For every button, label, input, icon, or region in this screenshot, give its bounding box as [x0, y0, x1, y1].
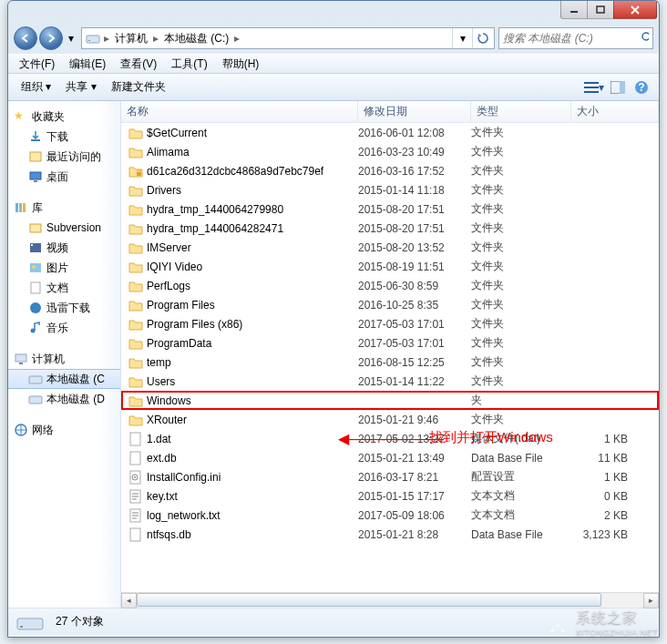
scroll-left-button[interactable]: ◂: [121, 593, 137, 608]
file-row[interactable]: log_network.txt2017-05-09 18:06文本文档2 KB: [121, 506, 659, 525]
file-row[interactable]: Program Files (x86)2017-05-03 17:01文件夹: [121, 314, 659, 333]
file-row[interactable]: PerfLogs2015-06-30 8:59文件夹: [121, 276, 659, 295]
music-icon: [28, 321, 43, 335]
tree-subversion[interactable]: Subversion: [8, 218, 120, 238]
file-row[interactable]: d61ca26d312dcbc4868a9d7ebc79ef2016-03-16…: [121, 161, 659, 180]
breadcrumb[interactable]: ▸ 计算机 ▸ 本地磁盘 (C:) ▸ ▾: [81, 27, 495, 49]
svg-rect-34: [130, 452, 140, 465]
chevron-right-icon[interactable]: ▸: [151, 32, 160, 45]
scroll-thumb[interactable]: [137, 593, 601, 607]
navigation-tree[interactable]: ★收藏夹 下载 最近访问的 桌面 库 Subversion 视频 图片 文档 迅…: [8, 101, 121, 608]
horizontal-scrollbar[interactable]: ◂ ▸: [121, 592, 659, 608]
share-button[interactable]: 共享 ▾: [58, 77, 103, 97]
file-row[interactable]: Users2015-01-14 11:22文件夹: [121, 372, 659, 391]
toolbar: 组织 ▾ 共享 ▾ 新建文件夹 ▾ ?: [8, 74, 659, 101]
svg-rect-17: [19, 203, 22, 212]
file-row[interactable]: XRouter2015-01-21 9:46文件夹: [121, 410, 659, 429]
svg-rect-9: [620, 81, 625, 94]
col-type[interactable]: 类型: [471, 101, 571, 122]
tree-video[interactable]: 视频: [8, 238, 120, 258]
preview-pane-button[interactable]: [608, 77, 628, 97]
view-mode-button[interactable]: ▾: [584, 77, 604, 97]
chevron-right-icon[interactable]: ▸: [102, 32, 111, 45]
file-row[interactable]: Program Files2016-10-25 8:35文件夹: [121, 295, 659, 314]
file-name: InstallConfig.ini: [147, 471, 221, 484]
breadcrumb-drive-c[interactable]: 本地磁盘 (C:): [160, 31, 232, 46]
help-icon[interactable]: ?: [631, 77, 652, 97]
search-icon[interactable]: [641, 31, 649, 46]
forward-button[interactable]: [39, 26, 63, 50]
file-date: 2016-03-16 17:52: [358, 165, 471, 178]
back-button[interactable]: [14, 26, 37, 50]
file-type: 媒体文件(.dat): [471, 431, 571, 446]
menu-view[interactable]: 查看(V): [113, 55, 164, 74]
scroll-right-button[interactable]: ▸: [643, 593, 659, 608]
tree-music[interactable]: 音乐: [8, 318, 120, 338]
tree-desktop[interactable]: 桌面: [8, 167, 120, 187]
file-row[interactable]: Windows夹: [121, 391, 659, 410]
file-name: hydra_tmp_1440064279980: [147, 203, 283, 216]
file-row[interactable]: $GetCurrent2016-06-01 12:08文件夹: [121, 123, 659, 142]
star-icon: ★: [14, 109, 28, 124]
organize-button[interactable]: 组织 ▾: [14, 77, 58, 97]
new-folder-button[interactable]: 新建文件夹: [104, 77, 173, 97]
file-date: 2016-03-23 10:49: [358, 146, 471, 158]
svg-rect-16: [15, 203, 18, 212]
file-type: 文件夹: [471, 259, 571, 274]
file-size: 1 KB: [571, 471, 628, 484]
tree-disk-c[interactable]: 本地磁盘 (C: [8, 369, 120, 389]
file-row[interactable]: IQIYI Video2015-08-19 11:51文件夹: [121, 257, 659, 276]
svg-rect-33: [130, 433, 140, 445]
file-row[interactable]: temp2016-08-15 12:25文件夹: [121, 353, 659, 372]
tree-favorites[interactable]: ★收藏夹: [8, 107, 120, 127]
refresh-button[interactable]: [472, 28, 492, 48]
minimize-button[interactable]: [560, 1, 588, 19]
col-name[interactable]: 名称: [121, 101, 358, 122]
history-dropdown[interactable]: ▾: [65, 29, 77, 47]
maximize-button[interactable]: [587, 1, 614, 19]
svg-rect-13: [30, 152, 41, 161]
file-row[interactable]: 1.dat2017-05-02 13:27媒体文件(.dat)1 KB: [121, 429, 659, 448]
tree-computer[interactable]: 计算机: [8, 349, 120, 369]
svg-rect-19: [30, 224, 41, 232]
file-size: 3,123 KB: [571, 528, 628, 541]
file-type: 文件夹: [471, 182, 571, 198]
file-row[interactable]: Drivers2015-01-14 11:18文件夹: [121, 180, 659, 199]
file-date: 2015-08-20 17:51: [358, 203, 471, 216]
menu-help[interactable]: 帮助(H): [215, 55, 267, 74]
tree-downloads[interactable]: 下载: [8, 127, 120, 147]
file-row[interactable]: Alimama2016-03-23 10:49文件夹: [121, 142, 659, 161]
tree-recent[interactable]: 最近访问的: [8, 147, 120, 167]
file-type: 文件夹: [471, 240, 571, 255]
file-date: 2016-10-25 8:35: [358, 299, 471, 312]
tree-docs[interactable]: 文档: [8, 278, 120, 298]
file-row[interactable]: InstallConfig.ini2016-03-17 8:21配置设置1 KB: [121, 467, 659, 486]
file-row[interactable]: ntfsqs.db2015-01-21 8:28Data Base File3,…: [121, 525, 659, 544]
menu-file[interactable]: 文件(F): [12, 55, 62, 74]
tree-network[interactable]: 网络: [8, 420, 120, 440]
breadcrumb-computer[interactable]: 计算机: [111, 31, 151, 46]
tree-disk-d[interactable]: 本地磁盘 (D: [8, 389, 120, 409]
tree-pictures[interactable]: 图片: [8, 258, 120, 278]
file-row[interactable]: ProgramData2017-05-03 17:01文件夹: [121, 333, 659, 353]
svg-point-37: [134, 476, 136, 478]
search-input[interactable]: [503, 32, 641, 45]
chevron-right-icon[interactable]: ▸: [232, 32, 241, 45]
search-box[interactable]: [498, 27, 653, 49]
tree-library[interactable]: 库: [8, 198, 120, 218]
file-date: 2015-08-19 11:51: [358, 261, 471, 273]
menu-tools[interactable]: 工具(T): [164, 55, 214, 74]
file-row[interactable]: key.txt2015-01-15 17:17文本文档0 KB: [121, 486, 659, 506]
file-row[interactable]: IMServer2015-08-20 13:52文件夹: [121, 238, 659, 257]
file-row[interactable]: hydra_tmp_14400642824712015-08-20 17:51文…: [121, 219, 659, 238]
svg-rect-42: [20, 626, 23, 628]
close-button[interactable]: [613, 1, 657, 19]
dropdown-button[interactable]: ▾: [452, 28, 472, 48]
col-size[interactable]: 大小: [571, 101, 659, 122]
svg-rect-41: [17, 618, 43, 629]
file-row[interactable]: ext.db2015-01-21 13:49Data Base File11 K…: [121, 448, 659, 467]
menu-edit[interactable]: 编辑(E): [62, 55, 113, 74]
file-row[interactable]: hydra_tmp_14400642799802015-08-20 17:51文…: [121, 199, 659, 219]
col-date[interactable]: 修改日期: [358, 101, 471, 122]
tree-xunlei[interactable]: 迅雷下载: [8, 298, 120, 318]
